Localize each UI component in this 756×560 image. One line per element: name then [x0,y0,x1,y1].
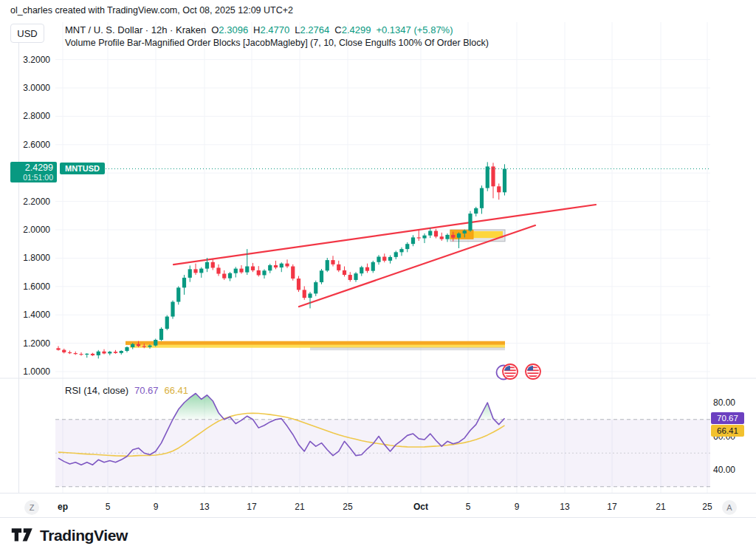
rsi-overbought-fill [58,393,505,419]
candle-body [457,233,461,238]
symbol-legend[interactable]: MNT / U. S. Dollar · 12h · KrakenO2.3096… [65,24,453,35]
candle-body [245,267,249,273]
open-value: 2.3096 [219,24,248,35]
last-price-badge: 2.4299 01:51:00 [10,162,57,182]
indicator-legend[interactable]: Volume Profile Bar-Magnified Order Block… [65,38,489,48]
symbol-title: MNT / U. S. Dollar · 12h · Kraken [65,24,206,35]
candle-body [251,267,255,270]
candle-body [228,273,232,279]
candle-body [74,353,78,354]
rsi-tick-label: 40.00 [713,465,735,475]
candle-body [148,346,151,347]
candle-body [394,252,398,257]
low-label: L [295,24,300,35]
candle-body [308,293,312,298]
change-value: +0.1347 (+5.87%) [376,24,453,35]
tradingview-wordmark: TradingView [40,527,128,544]
open-label: O [211,24,219,35]
candle-body [445,235,449,239]
candle-body [257,270,261,276]
candle-body [108,352,111,353]
candle-body [468,214,472,231]
candle-body [176,287,180,301]
candle-body [205,262,209,269]
candle-body [268,265,272,270]
rsi-ma-value: 66.41 [165,385,189,396]
candle-body [434,231,438,237]
candle-body [331,260,334,264]
candle-body [211,262,215,268]
candle-body [216,267,220,273]
candle-body [440,236,444,239]
close-value: 2.4299 [342,24,371,35]
candle-body [297,279,300,290]
candle-body [491,166,495,186]
candle-body [159,329,163,340]
candle-body [131,344,134,347]
candle-body [480,188,484,208]
candle-body [303,290,306,298]
candle-body [291,267,295,279]
candle-body [114,352,117,353]
tradingview-chart-snapshot: ol_charles created with TradingView.com,… [0,0,756,560]
candle-body [154,340,157,346]
candle-body [411,237,415,244]
currency-label: USD [17,28,37,39]
candle-body [497,186,501,192]
candle-body [97,352,100,355]
close-label: C [334,24,341,35]
candle-body [234,269,238,273]
candle-body [377,256,380,262]
candle-body [91,354,94,355]
candle-body [343,270,346,275]
candle-body [360,267,363,273]
bar-countdown: 01:51:00 [10,173,53,182]
candle-body [326,260,329,270]
rsi-ma-badge: 66.41 [711,425,744,437]
rsi-value: 70.67 [134,385,159,396]
candle-body [463,231,467,233]
candle-body [354,273,357,280]
high-value: 2.4770 [261,24,290,35]
candle-body [165,317,169,329]
candle-body [102,352,106,354]
candle-body [451,235,455,238]
candle-body [474,208,478,214]
candle-body [62,350,66,352]
chart-canvas[interactable] [0,0,756,560]
candle-body [142,346,146,346]
rsi-legend[interactable]: RSI (14, close)70.6766.41 [65,385,188,396]
candle-body [137,344,140,346]
candle-body [199,269,203,273]
candle-body [262,270,266,275]
candle-body [182,278,186,287]
high-label: H [253,24,260,35]
symbol-price-label: MNTUSD [60,163,105,174]
candle-body [365,267,369,271]
candle-body [320,270,323,282]
candle-body [428,231,432,236]
currency-scale-button[interactable]: USD [10,24,44,43]
candle-body [274,265,278,267]
candle-body [405,244,409,249]
candle-body [314,282,317,293]
candle-body [68,352,72,353]
candle-body [422,236,426,239]
candle-body [222,274,226,279]
economic-event-flag-icon[interactable] [526,364,540,379]
candle-body [239,269,243,273]
candle-body [337,264,340,270]
low-value: 2.2764 [300,24,330,35]
candle-body [417,237,421,238]
order-block-zone [126,341,505,345]
candle-body [280,264,284,267]
tradingview-footer-logo[interactable]: TradingView [10,526,128,545]
candle-body [120,351,123,353]
order-block-zone [310,347,505,350]
candle-body [486,166,489,188]
rsi-line-badge: 70.67 [711,412,744,424]
candle-body [503,168,506,192]
economic-event-flag-icon[interactable] [497,364,518,380]
candle-body [399,249,403,252]
candle-body [188,269,192,278]
